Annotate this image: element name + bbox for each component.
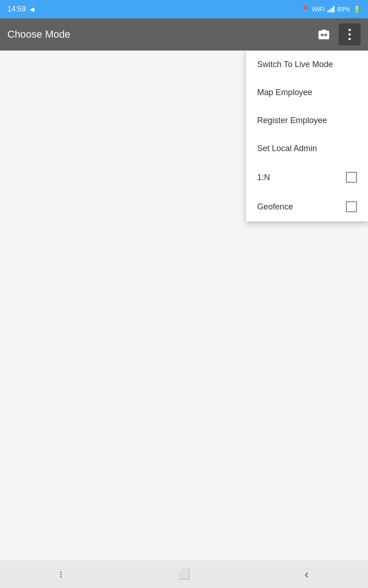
menu-item-switch-live-mode[interactable]: Switch To Live Mode	[246, 51, 368, 79]
app-bar-title: Choose Mode	[7, 28, 70, 40]
menu-item-one-n-label: 1:N	[257, 173, 270, 182]
menu-item-register-employee-label: Register Employee	[257, 116, 327, 125]
back-arrow-icon: ◀	[29, 6, 34, 13]
menu-item-map-employee[interactable]: Map Employee	[246, 79, 368, 107]
dropdown-menu: Switch To Live Mode Map Employee Registe…	[246, 51, 368, 221]
battery-icon: 🔋	[353, 6, 361, 13]
more-options-icon	[348, 28, 351, 40]
location-icon: 📍	[301, 6, 309, 13]
svg-point-2	[349, 38, 351, 40]
status-time: 14:59	[7, 5, 26, 13]
menu-item-register-employee[interactable]: Register Employee	[246, 107, 368, 135]
main-content: Switch To Live Mode Map Employee Registe…	[0, 51, 368, 560]
one-n-checkbox[interactable]	[346, 172, 357, 183]
back-button[interactable]: ‹	[293, 565, 321, 583]
camera-rotate-icon	[317, 28, 330, 41]
wifi-icon: WiFi	[312, 6, 325, 13]
menu-item-set-local-admin-label: Set Local Admin	[257, 144, 317, 153]
more-options-button[interactable]	[339, 23, 361, 45]
svg-point-0	[349, 29, 351, 31]
recent-apps-icon: ⫶	[58, 569, 64, 580]
app-bar: Choose Mode	[0, 18, 368, 51]
status-bar: 14:59 ◀ 📍 WiFi 89% 🔋	[0, 0, 368, 18]
recent-apps-button[interactable]: ⫶	[47, 565, 75, 583]
svg-point-1	[349, 34, 351, 36]
menu-item-map-employee-label: Map Employee	[257, 88, 312, 97]
signal-bars-icon	[328, 6, 334, 12]
menu-item-geofence-label: Geofence	[257, 202, 293, 212]
battery-percentage: 89%	[337, 6, 350, 13]
back-icon: ‹	[305, 567, 309, 582]
camera-rotate-button[interactable]	[313, 23, 335, 45]
status-icons: 📍 WiFi 89% 🔋	[301, 6, 361, 13]
menu-item-switch-live-mode-label: Switch To Live Mode	[257, 60, 333, 69]
home-button[interactable]: ⬜	[170, 565, 198, 583]
nav-bar: ⫶ ⬜ ‹	[0, 560, 368, 588]
geofence-checkbox[interactable]	[346, 201, 357, 212]
menu-item-geofence[interactable]: Geofence	[246, 192, 368, 221]
menu-item-one-n[interactable]: 1:N	[246, 163, 368, 192]
menu-item-set-local-admin[interactable]: Set Local Admin	[246, 135, 368, 163]
app-bar-actions	[313, 23, 361, 45]
status-time-area: 14:59 ◀	[7, 5, 34, 13]
home-icon: ⬜	[178, 568, 190, 580]
